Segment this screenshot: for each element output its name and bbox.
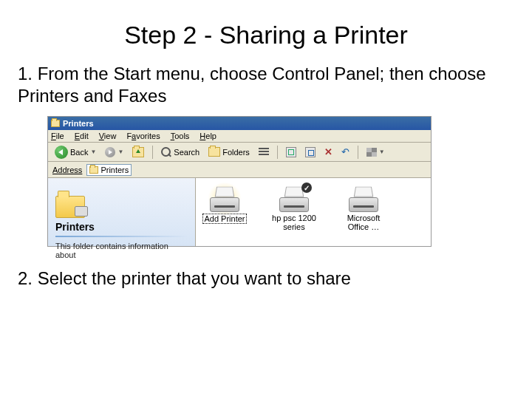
folders-button[interactable]: Folders xyxy=(206,146,252,157)
printers-folder-icon xyxy=(51,120,60,127)
back-button[interactable]: Back ▼ xyxy=(52,145,98,160)
history-button[interactable] xyxy=(256,147,271,157)
delete-icon: ✕ xyxy=(324,146,332,157)
history-icon xyxy=(259,148,269,157)
folders-label: Folders xyxy=(222,148,250,157)
menu-file[interactable]: File xyxy=(51,132,64,140)
forward-arrow-icon xyxy=(105,147,115,157)
views-icon xyxy=(366,148,377,157)
views-button[interactable]: ▼ xyxy=(364,147,387,157)
toolbar: Back ▼ ▼ Search Folders ✕ ↶ ▼ xyxy=(48,143,431,162)
toolbar-separator xyxy=(277,146,278,159)
menu-bar: File Edit View Favorites Tools Help xyxy=(48,130,431,143)
forward-button[interactable]: ▼ xyxy=(103,146,126,158)
menu-help[interactable]: Help xyxy=(200,132,216,140)
up-folder-icon xyxy=(132,147,144,157)
search-label: Search xyxy=(174,148,200,157)
hp-printer-label: hp psc 1200 series xyxy=(268,214,320,231)
page-title: Step 2 - Sharing a Printer xyxy=(0,21,532,50)
printers-folder-large-icon xyxy=(55,185,88,218)
window-title: Printers xyxy=(63,119,94,128)
move-to-icon xyxy=(286,147,296,157)
dropdown-icon[interactable]: ▼ xyxy=(379,149,385,155)
printer-icon xyxy=(279,185,309,212)
address-bar: Address Printers xyxy=(48,162,431,178)
printers-folder-icon xyxy=(89,166,98,174)
back-arrow-icon xyxy=(55,146,68,159)
add-printer-icon xyxy=(210,185,239,212)
ms-office-printer-label: Microsoft Office … xyxy=(338,214,389,231)
window-content: Printers This folder contains informatio… xyxy=(48,178,431,246)
left-pane-heading: Printers xyxy=(55,221,188,233)
divider xyxy=(55,236,188,237)
menu-tools[interactable]: Tools xyxy=(171,132,190,140)
dropdown-icon[interactable]: ▼ xyxy=(117,149,123,155)
search-icon xyxy=(161,147,171,157)
up-button[interactable] xyxy=(130,146,146,158)
window-titlebar[interactable]: Printers xyxy=(48,117,431,130)
folders-icon xyxy=(208,147,220,157)
address-field[interactable]: Printers xyxy=(86,164,132,176)
left-task-pane: Printers This folder contains informatio… xyxy=(48,178,196,246)
toolbar-separator xyxy=(358,146,358,159)
menu-favorites[interactable]: Favorites xyxy=(126,132,160,140)
add-printer-item[interactable]: Add Printer xyxy=(199,185,250,224)
add-printer-label: Add Printer xyxy=(202,214,246,224)
address-label: Address xyxy=(52,166,82,174)
hp-printer-item[interactable]: hp psc 1200 series xyxy=(268,185,320,231)
toolbar-separator xyxy=(152,146,153,159)
copy-to-icon xyxy=(305,147,316,157)
step-1-text: 1. From the Start menu, choose Control P… xyxy=(18,63,514,107)
menu-edit[interactable]: Edit xyxy=(75,132,89,140)
copy-to-button[interactable] xyxy=(303,146,318,158)
menu-view[interactable]: View xyxy=(99,132,117,140)
printers-window-screenshot: Printers File Edit View Favorites Tools … xyxy=(47,116,432,247)
back-label: Back xyxy=(70,148,88,157)
ms-office-printer-item[interactable]: Microsoft Office … xyxy=(338,185,389,231)
undo-button[interactable]: ↶ xyxy=(339,146,352,158)
search-button[interactable]: Search xyxy=(159,146,202,158)
undo-icon: ↶ xyxy=(341,146,349,157)
address-value: Printers xyxy=(100,166,129,174)
printer-icon xyxy=(349,185,378,212)
left-pane-description: This folder contains information about xyxy=(55,242,188,259)
icon-view-pane: Add Printer hp psc 1200 series Microsoft… xyxy=(196,178,431,246)
default-printer-badge-icon xyxy=(301,183,312,193)
delete-button[interactable]: ✕ xyxy=(322,146,335,158)
step-2-text: 2. Select the printer that you want to s… xyxy=(18,267,514,290)
dropdown-icon[interactable]: ▼ xyxy=(90,149,96,155)
move-to-button[interactable] xyxy=(284,146,299,158)
